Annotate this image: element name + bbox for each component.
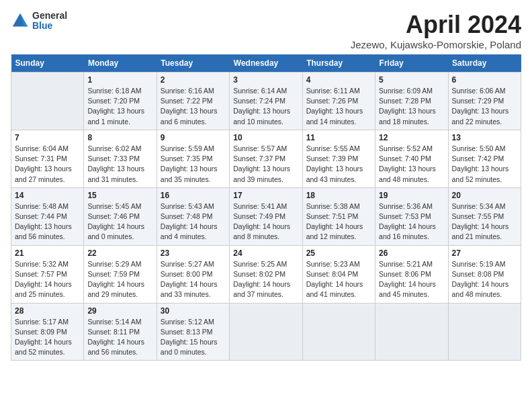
day-detail: Sunrise: 5:17 AM Sunset: 8:09 PM Dayligh… bbox=[15, 317, 80, 358]
day-detail: Sunrise: 5:25 AM Sunset: 8:02 PM Dayligh… bbox=[233, 259, 298, 300]
calendar-cell: 8Sunrise: 6:02 AM Sunset: 7:33 PM Daylig… bbox=[84, 130, 157, 187]
day-number: 16 bbox=[161, 191, 226, 200]
calendar-cell bbox=[230, 303, 302, 361]
day-detail: Sunrise: 6:02 AM Sunset: 7:33 PM Dayligh… bbox=[87, 144, 152, 185]
day-number: 6 bbox=[452, 75, 517, 85]
calendar-week-row: 21Sunrise: 5:32 AM Sunset: 7:57 PM Dayli… bbox=[11, 245, 521, 303]
calendar-cell: 16Sunrise: 5:43 AM Sunset: 7:48 PM Dayli… bbox=[157, 187, 229, 245]
day-detail: Sunrise: 5:38 AM Sunset: 7:51 PM Dayligh… bbox=[306, 201, 371, 242]
day-detail: Sunrise: 6:14 AM Sunset: 7:24 PM Dayligh… bbox=[233, 86, 298, 127]
calendar-cell: 14Sunrise: 5:48 AM Sunset: 7:44 PM Dayli… bbox=[11, 187, 84, 245]
day-number: 27 bbox=[452, 248, 517, 258]
day-number: 2 bbox=[161, 75, 226, 85]
weekday-header: Thursday bbox=[302, 54, 375, 73]
weekday-header: Wednesday bbox=[230, 54, 302, 73]
calendar-cell: 22Sunrise: 5:29 AM Sunset: 7:59 PM Dayli… bbox=[84, 245, 157, 303]
weekday-header: Friday bbox=[375, 54, 448, 73]
day-detail: Sunrise: 6:09 AM Sunset: 7:28 PM Dayligh… bbox=[379, 86, 444, 127]
calendar-week-row: 28Sunrise: 5:17 AM Sunset: 8:09 PM Dayli… bbox=[11, 303, 521, 361]
weekday-header: Tuesday bbox=[157, 54, 229, 73]
day-number: 10 bbox=[233, 133, 298, 142]
day-number: 11 bbox=[306, 133, 371, 142]
day-number: 17 bbox=[233, 191, 298, 200]
day-number: 20 bbox=[452, 191, 517, 200]
calendar-table: SundayMondayTuesdayWednesdayThursdayFrid… bbox=[11, 54, 521, 361]
day-detail: Sunrise: 5:21 AM Sunset: 8:06 PM Dayligh… bbox=[379, 259, 444, 300]
day-detail: Sunrise: 5:48 AM Sunset: 7:44 PM Dayligh… bbox=[15, 201, 80, 242]
day-number: 7 bbox=[15, 133, 80, 142]
calendar-cell: 7Sunrise: 6:04 AM Sunset: 7:31 PM Daylig… bbox=[11, 130, 84, 187]
day-number: 19 bbox=[379, 191, 444, 200]
day-detail: Sunrise: 6:04 AM Sunset: 7:31 PM Dayligh… bbox=[15, 144, 80, 185]
day-detail: Sunrise: 6:18 AM Sunset: 7:20 PM Dayligh… bbox=[87, 86, 152, 127]
weekday-header: Saturday bbox=[448, 54, 521, 73]
calendar-week-row: 1Sunrise: 6:18 AM Sunset: 7:20 PM Daylig… bbox=[11, 73, 521, 130]
day-number: 9 bbox=[161, 133, 226, 142]
weekday-header: Monday bbox=[84, 54, 157, 73]
day-number: 23 bbox=[161, 248, 226, 258]
calendar-cell: 5Sunrise: 6:09 AM Sunset: 7:28 PM Daylig… bbox=[375, 73, 448, 130]
calendar-cell: 27Sunrise: 5:19 AM Sunset: 8:08 PM Dayli… bbox=[448, 245, 521, 303]
day-number: 24 bbox=[233, 248, 298, 258]
calendar-cell: 11Sunrise: 5:55 AM Sunset: 7:39 PM Dayli… bbox=[302, 130, 375, 187]
day-number: 25 bbox=[306, 248, 371, 258]
day-detail: Sunrise: 5:55 AM Sunset: 7:39 PM Dayligh… bbox=[306, 144, 371, 185]
calendar-cell: 15Sunrise: 5:45 AM Sunset: 7:46 PM Dayli… bbox=[84, 187, 157, 245]
day-detail: Sunrise: 5:50 AM Sunset: 7:42 PM Dayligh… bbox=[452, 144, 517, 185]
calendar-cell: 1Sunrise: 6:18 AM Sunset: 7:20 PM Daylig… bbox=[84, 73, 157, 130]
day-detail: Sunrise: 5:19 AM Sunset: 8:08 PM Dayligh… bbox=[452, 259, 517, 300]
logo: General Blue bbox=[11, 11, 67, 32]
calendar-cell bbox=[448, 303, 521, 361]
day-number: 4 bbox=[306, 75, 371, 85]
day-detail: Sunrise: 5:27 AM Sunset: 8:00 PM Dayligh… bbox=[161, 259, 226, 300]
page-header: General Blue April 2024 Jezewo, Kujawsko… bbox=[11, 11, 521, 50]
day-number: 12 bbox=[379, 133, 444, 142]
day-number: 26 bbox=[379, 248, 444, 258]
calendar-cell: 2Sunrise: 6:16 AM Sunset: 7:22 PM Daylig… bbox=[157, 73, 229, 130]
calendar-header-row: SundayMondayTuesdayWednesdayThursdayFrid… bbox=[11, 54, 521, 73]
calendar-cell: 20Sunrise: 5:34 AM Sunset: 7:55 PM Dayli… bbox=[448, 187, 521, 245]
location: Jezewo, Kujawsko-Pomorskie, Poland bbox=[351, 39, 521, 50]
day-number: 18 bbox=[306, 191, 371, 200]
calendar-cell: 4Sunrise: 6:11 AM Sunset: 7:26 PM Daylig… bbox=[302, 73, 375, 130]
day-detail: Sunrise: 5:43 AM Sunset: 7:48 PM Dayligh… bbox=[161, 201, 226, 242]
calendar-week-row: 7Sunrise: 6:04 AM Sunset: 7:31 PM Daylig… bbox=[11, 130, 521, 187]
calendar-cell: 3Sunrise: 6:14 AM Sunset: 7:24 PM Daylig… bbox=[230, 73, 302, 130]
logo-text: General Blue bbox=[32, 11, 67, 32]
day-number: 28 bbox=[15, 306, 80, 316]
calendar-cell: 26Sunrise: 5:21 AM Sunset: 8:06 PM Dayli… bbox=[375, 245, 448, 303]
calendar-cell: 24Sunrise: 5:25 AM Sunset: 8:02 PM Dayli… bbox=[230, 245, 302, 303]
calendar-cell: 9Sunrise: 5:59 AM Sunset: 7:35 PM Daylig… bbox=[157, 130, 229, 187]
calendar-cell: 25Sunrise: 5:23 AM Sunset: 8:04 PM Dayli… bbox=[302, 245, 375, 303]
day-detail: Sunrise: 5:29 AM Sunset: 7:59 PM Dayligh… bbox=[87, 259, 152, 300]
day-detail: Sunrise: 5:45 AM Sunset: 7:46 PM Dayligh… bbox=[87, 201, 152, 242]
calendar-cell bbox=[11, 73, 84, 130]
day-detail: Sunrise: 5:59 AM Sunset: 7:35 PM Dayligh… bbox=[161, 144, 226, 185]
day-number: 1 bbox=[87, 75, 152, 85]
calendar-cell: 23Sunrise: 5:27 AM Sunset: 8:00 PM Dayli… bbox=[157, 245, 229, 303]
day-detail: Sunrise: 5:14 AM Sunset: 8:11 PM Dayligh… bbox=[87, 317, 152, 358]
title-block: April 2024 Jezewo, Kujawsko-Pomorskie, P… bbox=[351, 11, 521, 50]
logo-blue: Blue bbox=[32, 21, 67, 31]
calendar-cell bbox=[375, 303, 448, 361]
calendar-cell: 30Sunrise: 5:12 AM Sunset: 8:13 PM Dayli… bbox=[157, 303, 229, 361]
day-number: 13 bbox=[452, 133, 517, 142]
day-detail: Sunrise: 5:34 AM Sunset: 7:55 PM Dayligh… bbox=[452, 201, 517, 242]
day-detail: Sunrise: 5:32 AM Sunset: 7:57 PM Dayligh… bbox=[15, 259, 80, 300]
calendar-cell: 10Sunrise: 5:57 AM Sunset: 7:37 PM Dayli… bbox=[230, 130, 302, 187]
calendar-cell: 28Sunrise: 5:17 AM Sunset: 8:09 PM Dayli… bbox=[11, 303, 84, 361]
weekday-header: Sunday bbox=[11, 54, 84, 73]
day-number: 3 bbox=[233, 75, 298, 85]
day-detail: Sunrise: 5:36 AM Sunset: 7:53 PM Dayligh… bbox=[379, 201, 444, 242]
calendar-cell: 12Sunrise: 5:52 AM Sunset: 7:40 PM Dayli… bbox=[375, 130, 448, 187]
calendar-cell bbox=[302, 303, 375, 361]
calendar-cell: 19Sunrise: 5:36 AM Sunset: 7:53 PM Dayli… bbox=[375, 187, 448, 245]
calendar-cell: 17Sunrise: 5:41 AM Sunset: 7:49 PM Dayli… bbox=[230, 187, 302, 245]
calendar-cell: 18Sunrise: 5:38 AM Sunset: 7:51 PM Dayli… bbox=[302, 187, 375, 245]
calendar-cell: 29Sunrise: 5:14 AM Sunset: 8:11 PM Dayli… bbox=[84, 303, 157, 361]
day-detail: Sunrise: 6:16 AM Sunset: 7:22 PM Dayligh… bbox=[161, 86, 226, 127]
calendar-cell: 6Sunrise: 6:06 AM Sunset: 7:29 PM Daylig… bbox=[448, 73, 521, 130]
day-number: 8 bbox=[87, 133, 152, 142]
day-detail: Sunrise: 5:23 AM Sunset: 8:04 PM Dayligh… bbox=[306, 259, 371, 300]
day-detail: Sunrise: 5:41 AM Sunset: 7:49 PM Dayligh… bbox=[233, 201, 298, 242]
